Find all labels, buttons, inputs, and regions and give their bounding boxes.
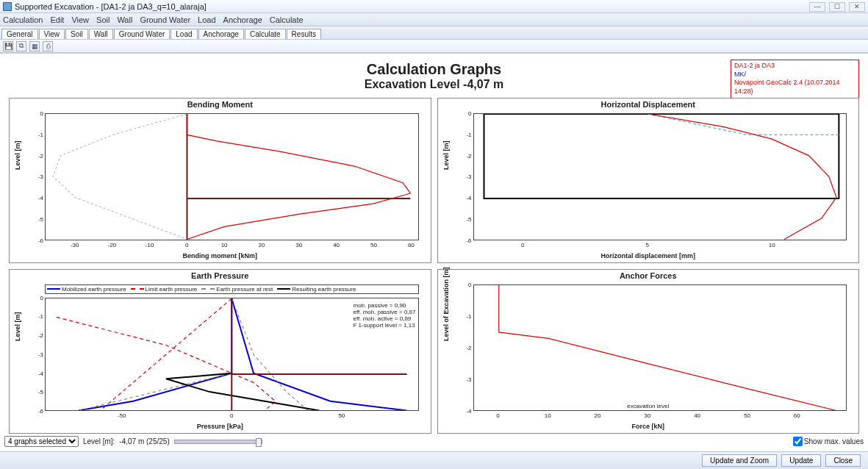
save-icon[interactable]: 💾 <box>3 41 13 51</box>
tab-ground-water[interactable]: Ground Water <box>114 29 170 39</box>
tab-soil[interactable]: Soil <box>65 29 88 39</box>
panel-bending: Bending MomentLevel [m]Bending moment [k… <box>9 98 431 263</box>
menu-view[interactable]: View <box>71 15 89 24</box>
panel-title: Bending Moment <box>10 99 431 110</box>
plot-hdisp: Level [m]Horizontal displacement [mm]0-1… <box>442 110 855 259</box>
tab-anchorage[interactable]: Anchorage <box>198 29 244 39</box>
update-button[interactable]: Update <box>781 454 821 467</box>
update-zoom-button[interactable]: Update and Zoom <box>702 454 777 467</box>
bottom-bar: 4 graphs selected Level [m]: -4,07 m (25… <box>3 434 865 448</box>
panel-title: Anchor Forces <box>438 270 859 282</box>
menu-calculation[interactable]: Calculation <box>3 15 43 24</box>
content-area: Calculation Graphs Excavation Level -4,0… <box>0 53 868 469</box>
menu-wall[interactable]: Wall <box>117 15 132 24</box>
tab-general[interactable]: General <box>1 29 38 39</box>
print-icon[interactable]: ⎙ <box>43 41 53 51</box>
legend: Mobilized earth pressureLimit earth pres… <box>45 284 419 294</box>
level-label: Level [m]: <box>83 437 115 445</box>
menu-anchorage[interactable]: Anchorage <box>223 15 262 24</box>
menu-calculate[interactable]: Calculate <box>270 15 304 24</box>
toolbar: 💾⧉▦⎙ <box>0 40 868 53</box>
menubar: CalculationEditViewSoilWallGround WaterL… <box>0 13 868 26</box>
tab-view[interactable]: View <box>39 29 65 39</box>
panel-hdisp: Horizontal DisplacementLevel [m]Horizont… <box>437 98 860 263</box>
panel-title: Earth Pressure <box>10 270 431 282</box>
graph-count-select[interactable]: 4 graphs selected <box>4 436 79 447</box>
tab-load[interactable]: Load <box>171 29 197 39</box>
copy-icon[interactable]: ⧉ <box>16 41 26 51</box>
level-value: -4,07 m (25/25) <box>119 437 169 445</box>
panel-title: Horizontal Displacement <box>438 99 859 110</box>
plot-anchor: Level of Excavation [m]Force [kN]0-1-2-3… <box>442 282 855 431</box>
panel-anchor: Anchor ForcesLevel of Excavation [m]Forc… <box>437 269 860 434</box>
titlebar: Supported Excavation - [DA1-2 ja DA3_q=1… <box>0 0 868 13</box>
level-slider[interactable] <box>174 440 262 444</box>
menu-edit[interactable]: Edit <box>50 15 64 24</box>
tab-wall[interactable]: Wall <box>89 29 113 39</box>
min-button[interactable]: — <box>809 2 825 12</box>
plot-earthp: Mobilized earth pressureLimit earth pres… <box>14 282 426 431</box>
tab-results[interactable]: Results <box>287 29 321 39</box>
panel-earthp: Earth PressureMobilized earth pressureLi… <box>9 269 431 434</box>
tabbar: GeneralViewSoilWallGround WaterLoadAncho… <box>0 26 868 40</box>
menu-ground-water[interactable]: Ground Water <box>140 15 190 24</box>
max-button[interactable]: ☐ <box>829 2 845 12</box>
footer: Update and Zoom Update Close <box>0 451 868 469</box>
menu-soil[interactable]: Soil <box>96 15 110 24</box>
window-title: Supported Excavation - [DA1-2 ja DA3_q=1… <box>15 2 207 11</box>
close-dialog-button[interactable]: Close <box>825 454 861 467</box>
showmax-checkbox[interactable]: Show max. values <box>793 437 864 446</box>
table-icon[interactable]: ▦ <box>29 41 40 51</box>
menu-load[interactable]: Load <box>198 15 215 24</box>
plot-bending: Level [m]Bending moment [kNm]0-1-2-3-4-5… <box>14 110 426 259</box>
annotations: mob. passive = 0,90eff. mob. passive = 0… <box>353 302 415 329</box>
tab-calculate[interactable]: Calculate <box>245 29 286 39</box>
info-box: DA1-2 ja DA3 MK/ Novapoint GeoCalc 2.4 (… <box>731 60 859 99</box>
close-button[interactable]: ✕ <box>849 2 865 12</box>
app-icon <box>3 2 12 11</box>
